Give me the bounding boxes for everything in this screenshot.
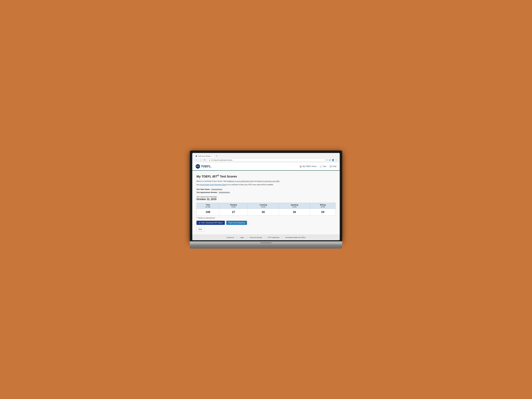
test-info: Test Taker Name: Test Appointment Number… xyxy=(196,188,336,194)
nav-my-toefl-home-label: My TOEFL Home xyxy=(303,165,317,167)
browser-toolbar: ← → ↻ 🔒 v2.ereg.ets.org/ereg/scorerepo..… xyxy=(194,158,338,162)
col-total: Total (0-120) xyxy=(196,203,219,209)
ets-logo: ETS TOEFL. xyxy=(196,164,212,169)
test-taker-value xyxy=(211,189,222,190)
active-tab[interactable]: Toefl Score Report ✕ xyxy=(194,154,214,158)
footer-adobe-reader[interactable]: Get Adobe Reader (for PDFs) xyxy=(285,237,305,238)
back-button[interactable]: ← xyxy=(195,159,198,161)
score-reporting-dates-link[interactable]: Approximate Score Reporting Dates xyxy=(200,184,226,186)
extensions-icon[interactable]: ⊡ xyxy=(329,159,331,161)
test-date-label: Your Scores from Test Date: xyxy=(196,196,336,198)
print-icon: 🖨 xyxy=(199,222,200,224)
page-footer: Contact Us | Legal | Privacy & Security … xyxy=(192,234,340,240)
description-1: Below is a summary of your scores. View … xyxy=(196,180,336,183)
nav-chat-label: Chat xyxy=(333,165,336,167)
nav-cart[interactable]: 🛒 Cart xyxy=(320,165,326,167)
browser-window: Toefl Score Report ✕ + ← → ↻ 🔒 v2.ereg.e… xyxy=(192,153,340,240)
order-score-report-button[interactable]: Order Score Report(s) xyxy=(226,221,247,225)
ets-badge: ETS xyxy=(196,164,200,169)
lock-icon: 🔒 xyxy=(209,159,210,161)
score-listening: 26 xyxy=(248,209,279,215)
forward-button[interactable]: → xyxy=(199,159,202,161)
home-icon: 🏠 xyxy=(299,165,302,167)
tab-close-button[interactable]: ✕ xyxy=(211,155,213,157)
col-reading: Reading (0-30) xyxy=(219,203,248,209)
site-header: ETS TOEFL. 🏠 My TOEFL Home 🛒 Cart xyxy=(192,163,340,171)
page-content: ETS TOEFL. 🏠 My TOEFL Home 🛒 Cart xyxy=(192,163,340,240)
footer-ets-trademarks[interactable]: ETS Trademarks xyxy=(268,237,279,238)
score-total: 108 xyxy=(196,209,219,215)
score-reading: 27 xyxy=(219,209,248,215)
score-row: 108 27 26 26 29 xyxy=(196,209,336,215)
score-speaking: 26 xyxy=(279,209,310,215)
main-content: My TOEFL iBT® Test Scores Below is a sum… xyxy=(192,171,340,235)
laptop-base xyxy=(190,241,342,244)
test-appointment-number: Test Appointment Number: xyxy=(196,191,336,194)
toefl-logo-text: TOEFL. xyxy=(201,165,212,168)
nav-chat[interactable]: 💬 Chat xyxy=(329,165,336,167)
profile-icon[interactable]: 👤 xyxy=(332,159,334,161)
scores-table: Total (0-120) Reading (0-30) Listening (… xyxy=(196,203,336,215)
page-title: My TOEFL iBT® Test Scores xyxy=(196,174,336,178)
new-tab-button[interactable]: + xyxy=(215,154,218,158)
footer-privacy-security[interactable]: Privacy & Security xyxy=(250,237,262,238)
col-speaking: Speaking (0-30) xyxy=(279,203,310,209)
site-nav: 🏠 My TOEFL Home 🛒 Cart 💬 Chat xyxy=(299,165,336,167)
browser-toolbar-icons: ☆ ⊡ 👤 ⋮ xyxy=(326,159,337,161)
print-download-button[interactable]: 🖨 Print / Download PDF Report xyxy=(196,221,225,225)
section-note: ** Section not administered xyxy=(196,217,336,219)
cart-icon: 🛒 xyxy=(320,165,322,167)
appointment-value xyxy=(219,192,230,193)
menu-icon[interactable]: ⋮ xyxy=(335,159,337,161)
tab-title: Toefl Score Report xyxy=(198,155,211,157)
action-buttons: 🖨 Print / Download PDF Report Order Scor… xyxy=(196,221,336,225)
score-writing: 29 xyxy=(310,209,336,215)
browser-chrome: Toefl Score Report ✕ + ← → ↻ 🔒 v2.ereg.e… xyxy=(192,153,340,163)
nav-my-toefl-home[interactable]: 🏠 My TOEFL Home xyxy=(299,165,317,167)
bookmark-icon[interactable]: ☆ xyxy=(326,159,328,161)
chat-icon: 💬 xyxy=(329,165,332,167)
col-listening: Listening (0-30) xyxy=(248,203,279,209)
description-2: See Approximate Score Reporting Dates fo… xyxy=(196,184,336,186)
nav-cart-label: Cart xyxy=(323,165,326,167)
col-writing: Writing (0-30) xyxy=(310,203,336,209)
address-bar[interactable]: 🔒 v2.ereg.ets.org/ereg/scorerepo... xyxy=(207,158,325,162)
footer-legal[interactable]: Legal xyxy=(240,237,244,238)
feedback-link[interactable]: feedback on your performance level xyxy=(227,180,254,182)
advice-link[interactable]: advice to improving your skills xyxy=(257,180,279,182)
url-text: v2.ereg.ets.org/ereg/scorerepo... xyxy=(211,159,234,161)
footer-contact-us[interactable]: Contact Us xyxy=(227,237,234,238)
refresh-button[interactable]: ↻ xyxy=(203,159,206,161)
test-taker-name: Test Taker Name: xyxy=(196,188,336,191)
browser-tabs: Toefl Score Report ✕ + xyxy=(194,154,338,158)
laptop-keyboard xyxy=(190,244,342,248)
laptop-notch xyxy=(260,242,272,243)
tab-favicon xyxy=(196,155,197,157)
back-button[interactable]: Back xyxy=(196,227,204,231)
test-date-value: October 12, 2019 xyxy=(196,198,336,201)
